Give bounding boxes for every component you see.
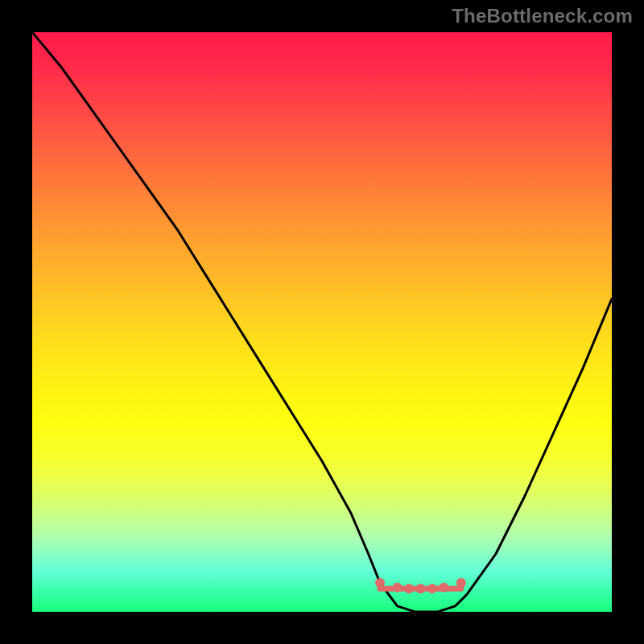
plot-area <box>32 32 612 612</box>
marker-dot <box>404 584 414 593</box>
marker-dot <box>439 583 448 592</box>
plot-svg <box>32 32 612 612</box>
marker-dot <box>456 578 466 588</box>
marker-dot <box>415 584 425 593</box>
marker-dot <box>375 578 385 588</box>
chart-frame: TheBottleneck.com <box>0 0 644 644</box>
bottleneck-curve <box>32 32 612 612</box>
marker-dot <box>427 584 437 593</box>
marker-dot <box>393 583 402 592</box>
watermark-text: TheBottleneck.com <box>452 5 633 27</box>
